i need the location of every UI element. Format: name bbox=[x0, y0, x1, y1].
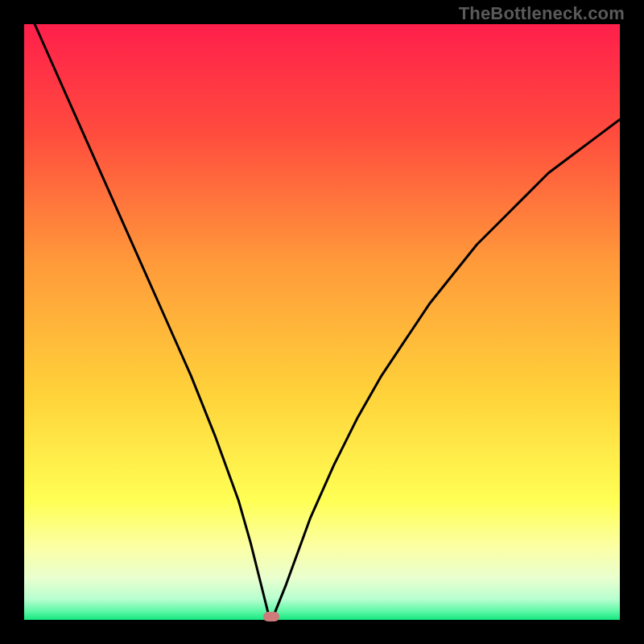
gradient-background bbox=[24, 24, 620, 620]
min-marker-icon bbox=[263, 612, 279, 621]
watermark-label: TheBottleneck.com bbox=[459, 3, 625, 24]
plot-area bbox=[24, 24, 620, 620]
chart-frame: TheBottleneck.com bbox=[0, 0, 644, 644]
plot-svg bbox=[24, 24, 620, 620]
